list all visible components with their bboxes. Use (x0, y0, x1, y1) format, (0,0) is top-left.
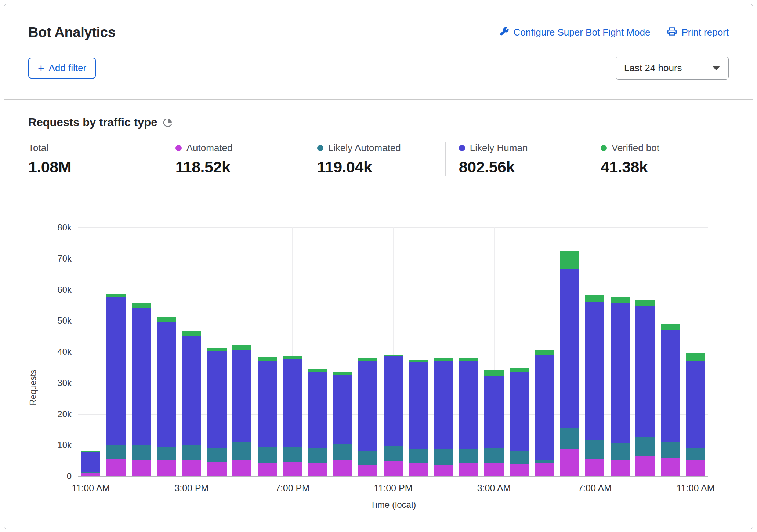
legend-dot-icon (317, 145, 323, 151)
segment-verified-bot (409, 360, 428, 362)
segment-automated (611, 460, 630, 476)
bar-hour-7[interactable] (258, 357, 277, 476)
page-title: Bot Analytics (28, 25, 116, 40)
segment-likely-human (661, 330, 680, 442)
segment-automated (106, 459, 126, 476)
y-tick-label: 70k (57, 253, 72, 264)
x-axis-label: Time (local) (370, 500, 416, 510)
plus-icon: + (38, 64, 44, 73)
segment-verified-bot (132, 303, 151, 308)
bar-hour-11[interactable] (358, 358, 377, 476)
segment-likely-automated (510, 451, 529, 464)
stat-value: 802.56k (459, 158, 587, 176)
legend-dot-icon (175, 145, 182, 151)
bar-hour-10[interactable] (333, 372, 352, 476)
y-tick-label: 0 (67, 471, 72, 482)
bar-hour-12[interactable] (384, 355, 403, 476)
bar-hour-0[interactable] (81, 451, 100, 476)
segment-automated (686, 460, 705, 476)
segment-verified-bot (157, 317, 176, 322)
bar-hour-3[interactable] (157, 317, 176, 476)
segment-likely-automated (283, 447, 302, 462)
segment-likely-human (484, 376, 503, 449)
y-axis-label: Requests (28, 370, 38, 405)
bar-hour-14[interactable] (434, 358, 453, 476)
stat-value: 41.38k (601, 158, 729, 176)
segment-likely-automated (207, 448, 226, 462)
segment-likely-automated (182, 445, 201, 460)
bar-hour-24[interactable] (686, 353, 705, 476)
segment-automated (157, 460, 176, 476)
segment-verified-bot (686, 353, 705, 361)
bar-hour-23[interactable] (661, 324, 680, 476)
print-link-label: Print report (681, 27, 729, 38)
bar-hour-16[interactable] (484, 370, 503, 476)
stat-automated: Automated118.52k (162, 142, 304, 176)
segment-likely-human (635, 306, 655, 437)
segment-likely-human (258, 361, 277, 447)
bar-hour-4[interactable] (182, 331, 201, 476)
stat-value: 118.52k (175, 158, 304, 176)
segment-likely-automated (585, 440, 604, 459)
x-tick-label: 11:00 PM (374, 483, 412, 493)
segment-automated (132, 460, 151, 476)
segment-verified-bot (283, 356, 302, 359)
segment-likely-human (283, 359, 302, 446)
segment-verified-bot (535, 350, 554, 355)
stat-label: Verified bot (612, 142, 659, 154)
gridline-y (78, 476, 708, 477)
stat-label: Likely Human (470, 142, 528, 154)
segment-automated (182, 460, 201, 476)
segment-verified-bot (358, 358, 377, 361)
bar-hour-13[interactable] (409, 360, 428, 476)
bar-hour-2[interactable] (132, 303, 151, 476)
bar-hour-18[interactable] (535, 350, 554, 476)
bar-hour-19[interactable] (560, 251, 579, 476)
stat-value: 1.08M (28, 158, 162, 176)
bar-hour-22[interactable] (635, 300, 655, 476)
segment-likely-automated (157, 447, 176, 460)
y-tick-label: 30k (57, 378, 72, 389)
stat-likely-human: Likely Human802.56k (445, 142, 587, 176)
bar-hour-17[interactable] (510, 368, 529, 476)
legend-dot-icon (459, 145, 465, 151)
segment-automated (434, 465, 453, 476)
bar-hour-5[interactable] (207, 348, 226, 476)
bot-analytics-card: Bot Analytics Configure Super Bot Fight … (4, 4, 753, 529)
requests-section: Requests by traffic type Total1.08MAutom… (4, 100, 753, 529)
segment-automated (585, 459, 604, 476)
segment-verified-bot (207, 348, 226, 351)
stat-verified-bot: Verified bot41.38k (587, 142, 729, 176)
segment-verified-bot (333, 372, 352, 375)
segment-automated (308, 463, 327, 476)
segment-likely-human (182, 336, 201, 445)
pie-chart-icon (163, 118, 173, 127)
segment-verified-bot (232, 345, 251, 350)
segment-likely-automated (459, 449, 478, 463)
y-tick-label: 20k (57, 409, 72, 420)
segment-likely-human (232, 350, 251, 442)
print-report-link[interactable]: Print report (667, 26, 729, 39)
segment-verified-bot (510, 368, 529, 372)
x-tick-label: 11:00 AM (72, 483, 110, 493)
segment-likely-automated (384, 446, 403, 461)
time-range-select[interactable]: Last 24 hours (616, 57, 729, 80)
bar-hour-21[interactable] (611, 297, 630, 476)
segment-likely-automated (333, 444, 352, 460)
bar-hour-6[interactable] (232, 345, 251, 476)
bar-hour-15[interactable] (459, 358, 478, 476)
bar-hour-8[interactable] (283, 356, 302, 476)
segment-likely-automated (132, 445, 151, 460)
segment-likely-automated (409, 449, 428, 463)
y-tick-label: 50k (57, 315, 72, 326)
bar-hour-1[interactable] (106, 294, 126, 476)
configure-super-bot-fight-mode-link[interactable]: Configure Super Bot Fight Mode (499, 26, 651, 39)
segment-likely-automated (434, 449, 453, 465)
segment-automated (232, 460, 251, 476)
add-filter-button[interactable]: + Add filter (28, 58, 96, 79)
x-tick-label: 11:00 AM (677, 483, 715, 493)
bar-hour-9[interactable] (308, 369, 327, 476)
segment-verified-bot (182, 331, 201, 336)
bar-hour-20[interactable] (585, 295, 604, 476)
segment-likely-human (207, 351, 226, 448)
